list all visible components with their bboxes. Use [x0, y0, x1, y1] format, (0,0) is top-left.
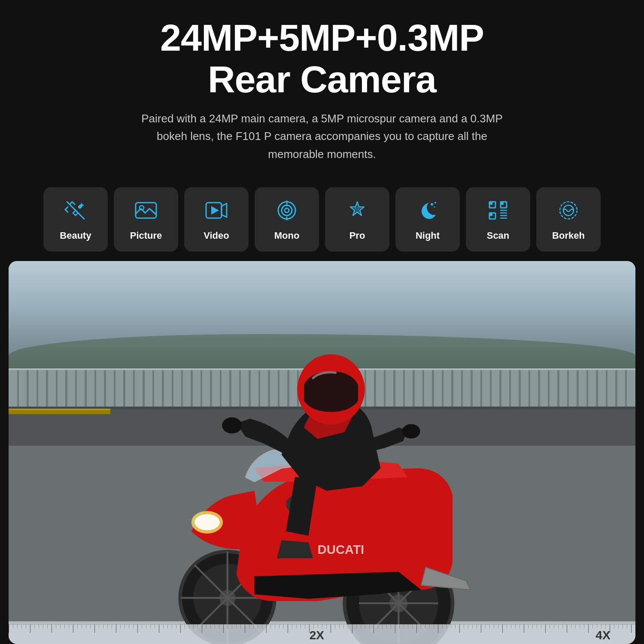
svg-marker-5 [211, 206, 219, 215]
night-label: Night [416, 230, 440, 241]
mode-borkeh[interactable]: Borkeh [536, 187, 601, 252]
svg-rect-16 [490, 202, 492, 205]
mode-scan[interactable]: Scan [466, 187, 530, 252]
header-section: 24MP+5MP+0.3MP Rear Camera Paired with a… [0, 0, 644, 172]
svg-point-14 [434, 207, 435, 208]
ruler-marks: 2X 4X [9, 624, 635, 644]
night-icon [414, 197, 441, 224]
mode-beauty[interactable]: Beauty [43, 187, 108, 252]
mode-video[interactable]: Video [184, 187, 249, 252]
mode-pro[interactable]: Pro [325, 187, 389, 252]
picture-icon [132, 197, 160, 224]
mono-label: Mono [274, 230, 300, 241]
mode-mono[interactable]: Mono [255, 187, 319, 252]
svg-point-48 [402, 424, 420, 439]
scan-label: Scan [487, 230, 510, 241]
mode-picture[interactable]: Picture [114, 187, 178, 252]
svg-point-26 [563, 205, 574, 216]
pro-label: Pro [349, 230, 365, 241]
svg-point-11 [286, 204, 288, 207]
svg-point-47 [222, 417, 242, 434]
ruler-strip: 2X 4X [9, 624, 635, 644]
camera-modes-row: Beauty Picture Video [30, 187, 614, 252]
svg-point-13 [434, 202, 436, 204]
mode-night[interactable]: Night [395, 187, 460, 252]
subtitle-text: Paired with a 24MP main camera, a 5MP mi… [129, 110, 515, 164]
svg-point-7 [282, 205, 292, 216]
motorcycle-scene-svg: DUCATI [9, 261, 635, 644]
zoom-label-2x: 2X [310, 629, 324, 642]
scan-icon [484, 197, 512, 224]
svg-point-12 [431, 203, 433, 206]
svg-point-25 [560, 202, 577, 219]
beauty-label: Beauty [60, 230, 91, 241]
picture-label: Picture [130, 230, 162, 241]
scene-container: DUCATI [9, 261, 635, 644]
borkeh-icon [555, 197, 582, 224]
zoom-label-4x: 4X [595, 629, 610, 642]
video-label: Video [204, 230, 229, 241]
mono-icon [273, 197, 301, 224]
borkeh-label: Borkeh [552, 230, 585, 241]
svg-rect-20 [490, 213, 492, 216]
svg-point-8 [285, 208, 289, 213]
photo-section: DUCATI [9, 261, 635, 644]
video-icon [203, 197, 230, 224]
page-title: 24MP+5MP+0.3MP Rear Camera [26, 17, 618, 100]
svg-text:DUCATI: DUCATI [318, 542, 365, 556]
beauty-icon [62, 197, 89, 224]
svg-point-45 [194, 514, 220, 531]
pro-icon [343, 197, 371, 224]
svg-rect-18 [501, 202, 504, 205]
